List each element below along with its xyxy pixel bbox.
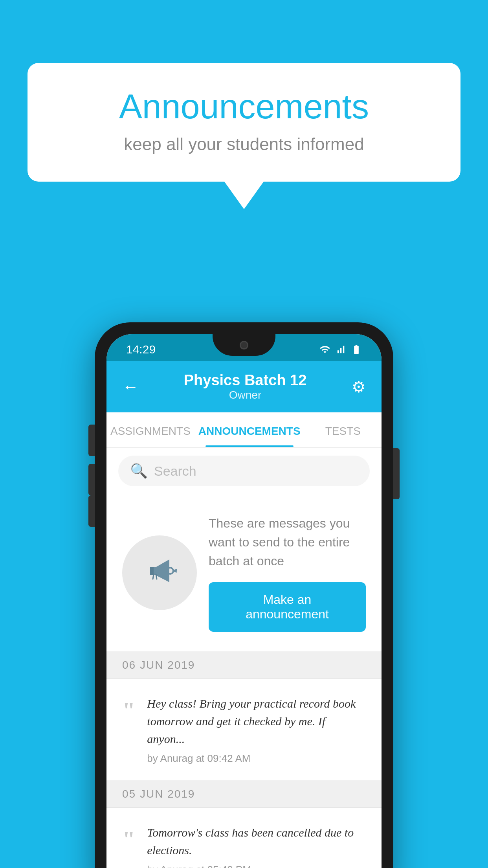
wifi-icon <box>319 344 330 355</box>
svg-line-5 <box>156 574 157 579</box>
message-item-2[interactable]: " Tomorrow's class has been cancelled du… <box>106 808 382 868</box>
app-bar: ← Physics Batch 12 Owner ⚙ <box>106 361 382 412</box>
speech-bubble: Announcements keep all your students inf… <box>28 63 460 182</box>
tab-announcements[interactable]: ANNOUNCEMENTS <box>194 412 305 447</box>
announcement-icon-circle <box>122 535 197 610</box>
announcement-prompt-card: These are messages you want to send to t… <box>106 494 382 652</box>
phone-screen: 14:29 ← <box>106 334 382 868</box>
search-icon: 🔍 <box>130 463 148 479</box>
tab-bar: ASSIGNMENTS ANNOUNCEMENTS TESTS <box>106 412 382 448</box>
app-bar-title-group: Physics Batch 12 Owner <box>184 372 307 401</box>
front-camera <box>240 341 248 349</box>
megaphone-icon <box>142 552 177 594</box>
quote-icon-1: " <box>122 699 135 722</box>
phone-notch <box>213 334 275 356</box>
svg-line-4 <box>153 574 154 579</box>
search-placeholder: Search <box>154 463 196 479</box>
message-text-2: Tomorrow's class has been cancelled due … <box>147 824 366 859</box>
make-announcement-button[interactable]: Make an announcement <box>209 582 366 632</box>
message-content-1: Hey class! Bring your practical record b… <box>147 695 366 765</box>
search-container: 🔍 Search <box>106 448 382 494</box>
date-separator-2: 05 JUN 2019 <box>106 781 382 808</box>
announcement-prompt-right: These are messages you want to send to t… <box>209 514 366 632</box>
back-button[interactable]: ← <box>122 377 139 396</box>
quote-icon-2: " <box>122 828 135 851</box>
phone-mockup: 14:29 ← <box>95 322 393 868</box>
speech-bubble-subtitle: keep all your students informed <box>59 134 429 154</box>
phone-outer: 14:29 ← <box>95 322 393 868</box>
speech-bubble-section: Announcements keep all your students inf… <box>28 63 460 209</box>
message-text-1: Hey class! Bring your practical record b… <box>147 695 366 748</box>
speech-bubble-arrow <box>224 182 264 209</box>
settings-icon[interactable]: ⚙ <box>352 378 366 396</box>
message-item-1[interactable]: " Hey class! Bring your practical record… <box>106 679 382 781</box>
battery-icon <box>351 344 362 355</box>
status-icons <box>319 344 362 355</box>
announcement-description: These are messages you want to send to t… <box>209 514 366 570</box>
search-bar[interactable]: 🔍 Search <box>118 456 370 486</box>
message-meta-1: by Anurag at 09:42 AM <box>147 752 366 765</box>
date-separator-1: 06 JUN 2019 <box>106 652 382 679</box>
tab-assignments[interactable]: ASSIGNMENTS <box>106 412 194 447</box>
status-time: 14:29 <box>126 343 156 356</box>
message-content-2: Tomorrow's class has been cancelled due … <box>147 824 366 868</box>
signal-icon <box>335 344 346 355</box>
megaphone-svg <box>142 552 177 587</box>
app-bar-title: Physics Batch 12 <box>184 372 307 389</box>
speech-bubble-title: Announcements <box>59 86 429 127</box>
app-bar-subtitle: Owner <box>184 389 307 401</box>
tab-tests[interactable]: TESTS <box>305 412 382 447</box>
message-meta-2: by Anurag at 05:40 PM <box>147 864 366 868</box>
